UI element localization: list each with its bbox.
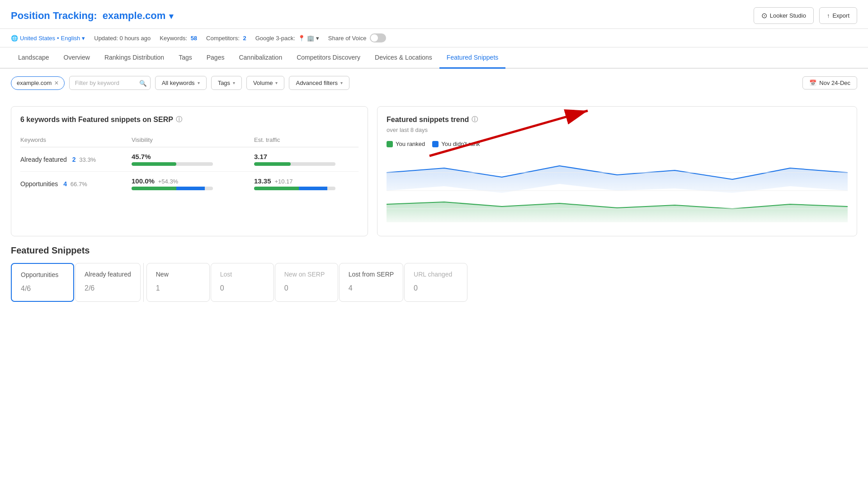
g3pack-chevron[interactable]: ▾ (316, 35, 319, 42)
search-button[interactable]: 🔍 (139, 80, 147, 86)
share-of-voice: Share of Voice (328, 33, 387, 42)
card-already-featured-label: Already featured (85, 271, 131, 278)
card-lost-from-serp-value: 4 (349, 282, 394, 293)
filter-bar: example.com × 🔍 All keywords ▾ Tags ▾ Vo… (0, 69, 868, 97)
export-icon: ↑ (827, 12, 830, 19)
tab-devices-locations[interactable]: Devices & Locations (368, 47, 439, 69)
row-opportunities-traffic: 13.35 +10.17 (236, 172, 359, 196)
card-opportunities[interactable]: Opportunities 4/6 (11, 263, 74, 302)
tab-rankings-distribution[interactable]: Rankings Distribution (97, 47, 171, 69)
location-label: United States (20, 35, 55, 42)
share-of-voice-label: Share of Voice (328, 35, 367, 42)
language-label: English (61, 35, 80, 42)
traffic-split-green-1 (254, 187, 299, 190)
row-opportunities-visibility: 100.0% +54.3% (113, 172, 236, 196)
card-already-featured[interactable]: Already featured 2/6 (75, 263, 141, 302)
tab-landscape[interactable]: Landscape (11, 47, 57, 69)
competitors-info: Competitors: 2 (206, 35, 246, 42)
visibility-progress-bar-0 (132, 162, 213, 166)
panel-right-title: Featured snippets trend ⓘ (387, 116, 848, 124)
volume-chevron: ▾ (275, 80, 278, 85)
section-title: Featured Snippets (11, 245, 857, 256)
domain-filter-tag: example.com × (11, 76, 65, 90)
sub-header: 🌐 United States • English ▾ Updated: 0 h… (0, 29, 868, 47)
card-new-on-serp-label: New on SERP (284, 271, 329, 278)
traffic-progress-bar-0 (254, 162, 335, 166)
g3pack-icons[interactable]: 📍 🏢 ▾ (298, 35, 319, 42)
volume-dropdown[interactable]: Volume ▾ (246, 76, 284, 90)
visibility-progress-bar-1 (132, 187, 213, 190)
domain-dropdown-icon[interactable]: ▾ (169, 12, 173, 21)
traffic-split-1 (254, 187, 327, 190)
card-lost-value: 0 (220, 282, 264, 293)
traffic-split-blue-1 (299, 187, 327, 190)
looker-icon: ⊙ (761, 11, 767, 20)
traffic-progress-bar-1 (254, 187, 335, 190)
keyword-filter-input[interactable] (69, 76, 151, 90)
row-already-featured-traffic: 3.17 (236, 147, 359, 172)
keywords-count: 58 (191, 35, 197, 42)
legend-ranked-checkbox[interactable] (387, 141, 393, 147)
keywords-label: Keywords: (160, 35, 187, 42)
featured-snippets-section: Featured Snippets Opportunities 4/6 Alre… (0, 245, 868, 313)
advanced-filters-dropdown[interactable]: Advanced filters ▾ (289, 76, 349, 90)
share-of-voice-toggle[interactable] (370, 33, 386, 42)
card-lost[interactable]: Lost 0 (211, 263, 274, 302)
tags-chevron: ▾ (233, 80, 235, 85)
advanced-filters-chevron: ▾ (340, 80, 343, 85)
snippet-cards-row: Opportunities 4/6 Already featured 2/6 N… (11, 263, 857, 302)
panel-right-info-icon[interactable]: ⓘ (472, 116, 478, 124)
card-url-changed[interactable]: URL changed 0 (404, 263, 467, 302)
tab-cannibalization[interactable]: Cannibalization (231, 47, 289, 69)
top-header: Position Tracking: example.com ▾ ⊙ Looke… (0, 0, 868, 29)
domain-filter-label: example.com (17, 80, 52, 86)
row-already-featured-visibility: 45.7% (113, 147, 236, 172)
progress-split-1 (132, 187, 205, 190)
nav-tabs: Landscape Overview Rankings Distribution… (0, 47, 868, 69)
split-green-1 (132, 187, 176, 190)
all-keywords-label: All keywords (162, 80, 195, 86)
competitors-count: 2 (243, 35, 246, 42)
keywords-info: Keywords: 58 (160, 35, 197, 42)
featured-snippets-trend-panel: Featured snippets trend ⓘ over last 8 da… (377, 106, 857, 236)
card-url-changed-value: 0 (414, 282, 458, 293)
table-row: Already featured 2 33.3% 45.7% 3.17 (20, 147, 359, 172)
all-keywords-dropdown[interactable]: All keywords ▾ (155, 76, 207, 90)
updated-label: Updated: 0 hours ago (94, 35, 151, 42)
traffic-green-0 (254, 162, 291, 166)
row-already-featured-label: Already featured 2 33.3% (20, 147, 113, 172)
card-new-value: 1 (156, 282, 200, 293)
trend-chart-svg (387, 155, 848, 227)
building-icon: 🏢 (307, 35, 314, 42)
card-lost-from-serp[interactable]: Lost from SERP 4 (339, 263, 403, 302)
tab-overview[interactable]: Overview (57, 47, 97, 69)
tab-featured-snippets[interactable]: Featured Snippets (439, 47, 505, 69)
legend-ranked: You ranked (387, 141, 425, 147)
calendar-icon: 📅 (809, 80, 816, 86)
export-label: Export (832, 12, 849, 19)
volume-label: Volume (253, 80, 273, 86)
trend-chart (387, 155, 848, 227)
legend-not-ranked-checkbox[interactable] (432, 141, 439, 147)
card-new[interactable]: New 1 (146, 263, 210, 302)
location-language-button[interactable]: 🌐 United States • English ▾ (11, 35, 85, 42)
row-opportunities-label: Opportunities 4 66.7% (20, 172, 113, 196)
looker-studio-button[interactable]: ⊙ Looker Studio (754, 7, 814, 24)
title-static: Position Tracking: (11, 10, 97, 21)
legend-not-ranked: You didn't rank (432, 141, 480, 147)
legend-ranked-label: You ranked (396, 141, 425, 147)
panel-left-info-icon[interactable]: ⓘ (176, 116, 182, 124)
date-range-label: Nov 24-Dec (819, 80, 850, 86)
card-new-on-serp[interactable]: New on SERP 0 (275, 263, 338, 302)
export-button[interactable]: ↑ Export (819, 7, 857, 24)
domain-filter-close[interactable]: × (54, 80, 58, 87)
tags-dropdown[interactable]: Tags ▾ (211, 76, 242, 90)
card-url-changed-label: URL changed (414, 271, 458, 278)
tab-competitors-discovery[interactable]: Competitors Discovery (289, 47, 368, 69)
featured-snippets-summary-panel: 6 keywords with Featured snippets on SER… (11, 106, 368, 236)
tab-pages[interactable]: Pages (199, 47, 232, 69)
tab-tags[interactable]: Tags (171, 47, 199, 69)
card-new-on-serp-value: 0 (284, 282, 329, 293)
panel-left-title: 6 keywords with Featured snippets on SER… (20, 116, 359, 124)
date-range-picker[interactable]: 📅 Nov 24-Dec (802, 76, 857, 89)
